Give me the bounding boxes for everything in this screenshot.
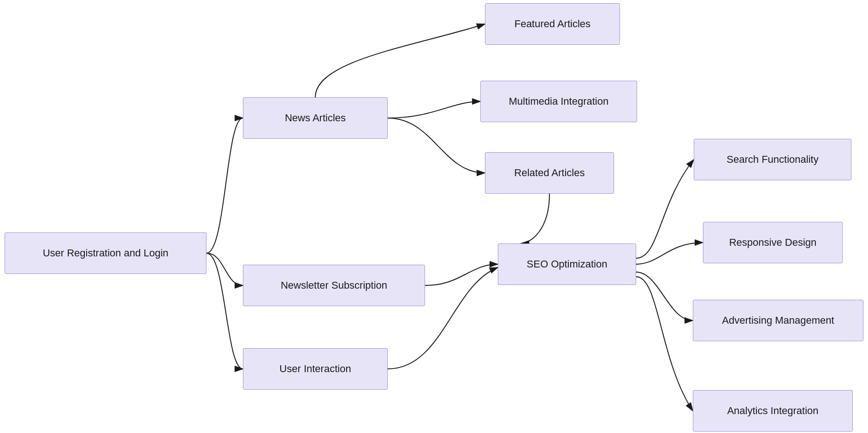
node-search-functionality: Search Functionality bbox=[694, 139, 851, 180]
node-featured-articles: Featured Articles bbox=[485, 3, 620, 45]
node-advertising-management: Advertising Management bbox=[693, 300, 863, 341]
node-related-articles: Related Articles bbox=[485, 152, 614, 194]
node-multimedia-integration: Multimedia Integration bbox=[480, 81, 637, 122]
node-newsletter-subscription: Newsletter Subscription bbox=[243, 265, 425, 306]
node-seo-optimization: SEO Optimization bbox=[498, 243, 636, 285]
node-user-registration: User Registration and Login bbox=[5, 232, 207, 274]
node-user-interaction: User Interaction bbox=[243, 348, 388, 390]
node-news-articles: News Articles bbox=[243, 97, 388, 139]
diagram-container: User Registration and Login News Article… bbox=[0, 0, 868, 433]
node-responsive-design: Responsive Design bbox=[703, 222, 843, 263]
node-analytics-integration: Analytics Integration bbox=[693, 390, 853, 432]
connections-svg bbox=[0, 0, 868, 433]
